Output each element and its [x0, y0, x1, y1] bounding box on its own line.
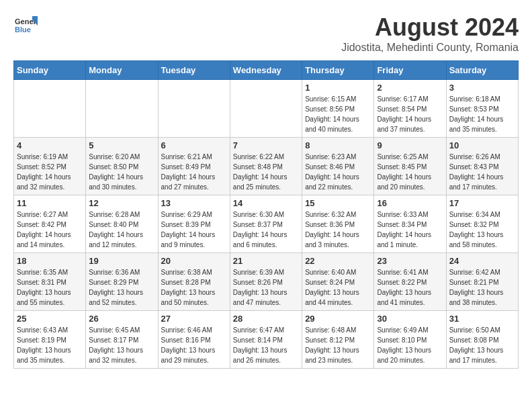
day-number: 25: [17, 314, 83, 324]
day-info: Sunrise: 6:26 AM Sunset: 8:43 PM Dayligh…: [449, 152, 515, 192]
day-info: Sunrise: 6:46 AM Sunset: 8:16 PM Dayligh…: [161, 325, 227, 365]
calendar-cell: 11Sunrise: 6:27 AM Sunset: 8:42 PM Dayli…: [14, 195, 86, 253]
day-number: 2: [377, 83, 443, 93]
calendar-cell: 18Sunrise: 6:35 AM Sunset: 8:31 PM Dayli…: [14, 253, 86, 311]
day-info: Sunrise: 6:50 AM Sunset: 8:08 PM Dayligh…: [449, 325, 515, 365]
day-info: Sunrise: 6:15 AM Sunset: 8:56 PM Dayligh…: [305, 94, 371, 134]
day-info: Sunrise: 6:40 AM Sunset: 8:24 PM Dayligh…: [305, 267, 371, 308]
day-info: Sunrise: 6:32 AM Sunset: 8:36 PM Dayligh…: [305, 210, 371, 250]
day-info: Sunrise: 6:21 AM Sunset: 8:49 PM Dayligh…: [161, 152, 227, 192]
day-number: 20: [161, 256, 227, 266]
day-number: 17: [449, 198, 515, 208]
calendar-cell: 29Sunrise: 6:48 AM Sunset: 8:12 PM Dayli…: [302, 311, 374, 369]
day-info: Sunrise: 6:42 AM Sunset: 8:21 PM Dayligh…: [449, 267, 515, 308]
calendar-cell: 12Sunrise: 6:28 AM Sunset: 8:40 PM Dayli…: [86, 195, 158, 253]
day-info: Sunrise: 6:36 AM Sunset: 8:29 PM Dayligh…: [89, 267, 154, 308]
day-number: 30: [377, 314, 443, 324]
calendar-cell: [230, 80, 302, 138]
week-row-4: 18Sunrise: 6:35 AM Sunset: 8:31 PM Dayli…: [14, 253, 519, 311]
day-number: 22: [305, 256, 371, 266]
day-info: Sunrise: 6:23 AM Sunset: 8:46 PM Dayligh…: [305, 152, 371, 192]
day-info: Sunrise: 6:19 AM Sunset: 8:52 PM Dayligh…: [17, 152, 83, 192]
week-row-5: 25Sunrise: 6:43 AM Sunset: 8:19 PM Dayli…: [14, 311, 519, 369]
week-row-1: 1Sunrise: 6:15 AM Sunset: 8:56 PM Daylig…: [14, 80, 519, 138]
day-number: 9: [377, 140, 443, 150]
calendar-cell: 17Sunrise: 6:34 AM Sunset: 8:32 PM Dayli…: [446, 195, 518, 253]
day-info: Sunrise: 6:17 AM Sunset: 8:54 PM Dayligh…: [377, 94, 443, 134]
day-number: 11: [17, 198, 83, 208]
logo-icon: General Blue: [13, 13, 38, 38]
day-info: Sunrise: 6:48 AM Sunset: 8:12 PM Dayligh…: [305, 325, 371, 365]
calendar-cell: 4Sunrise: 6:19 AM Sunset: 8:52 PM Daylig…: [14, 138, 86, 195]
day-number: 5: [89, 140, 154, 150]
day-number: 7: [233, 140, 299, 150]
day-number: 24: [449, 256, 515, 266]
header-friday: Friday: [374, 61, 446, 80]
calendar-cell: 27Sunrise: 6:46 AM Sunset: 8:16 PM Dayli…: [158, 311, 230, 369]
day-info: Sunrise: 6:22 AM Sunset: 8:48 PM Dayligh…: [233, 152, 299, 192]
day-info: Sunrise: 6:25 AM Sunset: 8:45 PM Dayligh…: [377, 152, 443, 192]
day-number: 8: [305, 140, 371, 150]
header-monday: Monday: [86, 61, 158, 80]
day-info: Sunrise: 6:28 AM Sunset: 8:40 PM Dayligh…: [89, 210, 154, 250]
calendar-cell: 30Sunrise: 6:49 AM Sunset: 8:10 PM Dayli…: [374, 311, 446, 369]
day-info: Sunrise: 6:38 AM Sunset: 8:28 PM Dayligh…: [161, 267, 227, 308]
day-number: 18: [17, 256, 83, 266]
calendar-cell: 21Sunrise: 6:39 AM Sunset: 8:26 PM Dayli…: [230, 253, 302, 311]
svg-text:Blue: Blue: [15, 26, 31, 34]
calendar-cell: 7Sunrise: 6:22 AM Sunset: 8:48 PM Daylig…: [230, 138, 302, 195]
calendar-cell: 8Sunrise: 6:23 AM Sunset: 8:46 PM Daylig…: [302, 138, 374, 195]
calendar-table: Sunday Monday Tuesday Wednesday Thursday…: [13, 60, 519, 369]
day-number: 4: [17, 140, 83, 150]
calendar-cell: [158, 80, 230, 138]
day-number: 21: [233, 256, 299, 266]
calendar-cell: 6Sunrise: 6:21 AM Sunset: 8:49 PM Daylig…: [158, 138, 230, 195]
day-info: Sunrise: 6:43 AM Sunset: 8:19 PM Dayligh…: [17, 325, 83, 365]
week-row-2: 4Sunrise: 6:19 AM Sunset: 8:52 PM Daylig…: [14, 138, 519, 195]
day-info: Sunrise: 6:35 AM Sunset: 8:31 PM Dayligh…: [17, 267, 83, 308]
calendar-cell: 19Sunrise: 6:36 AM Sunset: 8:29 PM Dayli…: [86, 253, 158, 311]
month-year-title: August 2024: [341, 13, 519, 42]
calendar-cell: 1Sunrise: 6:15 AM Sunset: 8:56 PM Daylig…: [302, 80, 374, 138]
day-info: Sunrise: 6:30 AM Sunset: 8:37 PM Dayligh…: [233, 210, 299, 250]
header-sunday: Sunday: [14, 61, 86, 80]
calendar-cell: 13Sunrise: 6:29 AM Sunset: 8:39 PM Dayli…: [158, 195, 230, 253]
day-number: 16: [377, 198, 443, 208]
day-number: 26: [89, 314, 154, 324]
day-number: 31: [449, 314, 515, 324]
day-number: 15: [305, 198, 371, 208]
day-number: 6: [161, 140, 227, 150]
calendar-cell: 15Sunrise: 6:32 AM Sunset: 8:36 PM Dayli…: [302, 195, 374, 253]
day-info: Sunrise: 6:49 AM Sunset: 8:10 PM Dayligh…: [377, 325, 443, 365]
calendar-cell: 9Sunrise: 6:25 AM Sunset: 8:45 PM Daylig…: [374, 138, 446, 195]
calendar-cell: 22Sunrise: 6:40 AM Sunset: 8:24 PM Dayli…: [302, 253, 374, 311]
calendar-cell: 14Sunrise: 6:30 AM Sunset: 8:37 PM Dayli…: [230, 195, 302, 253]
day-info: Sunrise: 6:47 AM Sunset: 8:14 PM Dayligh…: [233, 325, 299, 365]
calendar-cell: 16Sunrise: 6:33 AM Sunset: 8:34 PM Dayli…: [374, 195, 446, 253]
day-info: Sunrise: 6:29 AM Sunset: 8:39 PM Dayligh…: [161, 210, 227, 250]
day-number: 10: [449, 140, 515, 150]
calendar-cell: 28Sunrise: 6:47 AM Sunset: 8:14 PM Dayli…: [230, 311, 302, 369]
calendar-cell: 25Sunrise: 6:43 AM Sunset: 8:19 PM Dayli…: [14, 311, 86, 369]
day-number: 27: [161, 314, 227, 324]
header-saturday: Saturday: [446, 61, 518, 80]
day-number: 29: [305, 314, 371, 324]
calendar-cell: 2Sunrise: 6:17 AM Sunset: 8:54 PM Daylig…: [374, 80, 446, 138]
calendar-cell: 24Sunrise: 6:42 AM Sunset: 8:21 PM Dayli…: [446, 253, 518, 311]
calendar-header-row: Sunday Monday Tuesday Wednesday Thursday…: [14, 61, 519, 80]
week-row-3: 11Sunrise: 6:27 AM Sunset: 8:42 PM Dayli…: [14, 195, 519, 253]
day-number: 12: [89, 198, 154, 208]
day-number: 14: [233, 198, 299, 208]
day-info: Sunrise: 6:45 AM Sunset: 8:17 PM Dayligh…: [89, 325, 154, 365]
day-number: 28: [233, 314, 299, 324]
title-area: August 2024 Jidostita, Mehedinti County,…: [341, 13, 519, 54]
day-info: Sunrise: 6:41 AM Sunset: 8:22 PM Dayligh…: [377, 267, 443, 308]
calendar-cell: [86, 80, 158, 138]
day-info: Sunrise: 6:33 AM Sunset: 8:34 PM Dayligh…: [377, 210, 443, 250]
location-subtitle: Jidostita, Mehedinti County, Romania: [341, 42, 519, 54]
calendar-cell: 5Sunrise: 6:20 AM Sunset: 8:50 PM Daylig…: [86, 138, 158, 195]
day-number: 13: [161, 198, 227, 208]
calendar-cell: [14, 80, 86, 138]
day-number: 3: [449, 83, 515, 93]
calendar-cell: 10Sunrise: 6:26 AM Sunset: 8:43 PM Dayli…: [446, 138, 518, 195]
